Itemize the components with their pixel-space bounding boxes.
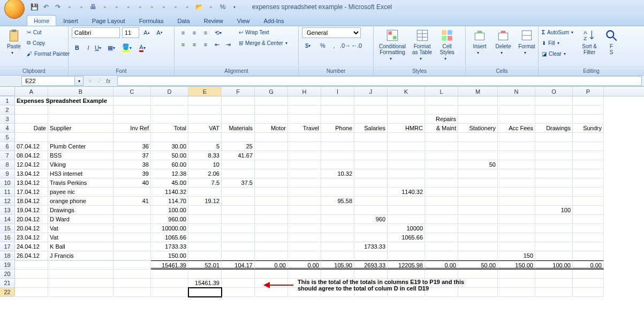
row-header[interactable]: 8 [0, 160, 15, 169]
increase-indent-button[interactable]: ⇥ [223, 39, 233, 50]
cell[interactable]: 104.17 [222, 260, 255, 270]
cell[interactable] [255, 233, 288, 242]
cell[interactable] [498, 115, 535, 124]
cell[interactable] [458, 151, 498, 160]
cell[interactable] [151, 106, 188, 115]
cell[interactable] [535, 169, 573, 178]
cell[interactable] [15, 288, 48, 297]
cell[interactable] [388, 215, 425, 224]
cell[interactable] [354, 115, 388, 124]
cell[interactable] [321, 233, 354, 242]
cell[interactable] [535, 270, 573, 279]
decrease-indent-button[interactable]: ⇤ [211, 39, 222, 50]
cell[interactable]: 12.38 [151, 169, 188, 178]
align-middle-button[interactable]: ≡ [189, 27, 200, 38]
cell[interactable]: 0.00 [255, 260, 288, 270]
cell[interactable] [15, 279, 48, 288]
cell[interactable]: 41.67 [222, 151, 255, 160]
row-header[interactable]: 16 [0, 233, 15, 242]
cell[interactable]: & Maint [425, 124, 458, 133]
cell[interactable] [255, 242, 288, 251]
cell[interactable] [573, 270, 604, 279]
cell[interactable]: 2693.33 [354, 260, 388, 270]
copy-button[interactable]: ⧉Copy [27, 38, 70, 48]
number-format-select[interactable]: General [302, 27, 361, 38]
cell[interactable] [222, 270, 255, 279]
cell[interactable]: 2.06 [188, 169, 222, 178]
cell[interactable]: 15461.39 [188, 279, 222, 288]
cell[interactable] [288, 233, 321, 242]
cell[interactable]: 50 [458, 160, 498, 169]
qat-icon[interactable]: ▫ [112, 3, 121, 11]
cell[interactable] [535, 233, 573, 242]
cell[interactable] [255, 133, 288, 142]
row-header[interactable]: 19 [0, 260, 15, 270]
cell[interactable] [425, 151, 458, 160]
cell[interactable] [573, 142, 604, 151]
cell[interactable]: Acc Fees [498, 124, 535, 133]
cell[interactable] [458, 242, 498, 251]
cell[interactable] [151, 96, 188, 106]
cell[interactable] [458, 270, 498, 279]
cell[interactable] [188, 288, 222, 297]
cell[interactable]: 10000 [388, 224, 425, 233]
cell[interactable]: K Ball [48, 242, 113, 251]
cell[interactable] [535, 251, 573, 260]
cell[interactable] [321, 151, 354, 160]
find-select-button[interactable]: F S [602, 27, 620, 56]
conditional-formatting-button[interactable]: Conditional Formatting▾ [377, 27, 408, 62]
cell[interactable] [498, 270, 535, 279]
cell[interactable]: Sundry [573, 124, 604, 133]
cell[interactable] [573, 224, 604, 233]
cell[interactable]: Drawings [535, 124, 573, 133]
cell[interactable] [15, 260, 48, 270]
insert-cells-button[interactable]: Insert▾ [469, 27, 490, 56]
cell[interactable]: 20.04.12 [15, 224, 48, 233]
row-header[interactable]: 15 [0, 224, 15, 233]
orientation-button[interactable]: ⟲▾ [211, 27, 228, 38]
cell[interactable] [573, 251, 604, 260]
cell[interactable] [113, 96, 151, 106]
cell[interactable] [255, 169, 288, 178]
format-as-table-button[interactable]: Format as Table▾ [410, 27, 434, 62]
cell[interactable] [535, 288, 573, 297]
cell[interactable] [388, 160, 425, 169]
cell[interactable]: 19.12 [188, 197, 222, 206]
cell[interactable] [48, 96, 113, 106]
bold-button[interactable]: B [72, 42, 82, 53]
cell[interactable] [388, 251, 425, 260]
cell[interactable]: D Ward [48, 215, 113, 224]
cell[interactable]: 0.00 [425, 260, 458, 270]
cell[interactable]: Travis Perkins [48, 178, 113, 188]
cell[interactable] [255, 188, 288, 197]
cell[interactable] [573, 169, 604, 178]
cell[interactable] [354, 133, 388, 142]
cell[interactable] [321, 242, 354, 251]
cell[interactable]: 24.04.12 [15, 242, 48, 251]
cell[interactable] [498, 197, 535, 206]
row-header[interactable]: 18 [0, 251, 15, 260]
cell[interactable] [458, 115, 498, 124]
cell[interactable] [388, 115, 425, 124]
cell[interactable] [573, 215, 604, 224]
qat-icon[interactable]: ▫ [124, 3, 133, 11]
cell[interactable]: 1065.66 [388, 233, 425, 242]
cell[interactable] [458, 206, 498, 215]
font-color-button[interactable]: A▾ [137, 42, 151, 53]
name-box-dropdown[interactable]: ▾ [75, 76, 84, 86]
cell[interactable]: 39 [113, 169, 151, 178]
cell[interactable] [48, 279, 113, 288]
cell[interactable] [535, 279, 573, 288]
cell[interactable] [113, 288, 151, 297]
cell[interactable] [458, 178, 498, 188]
cell[interactable] [222, 188, 255, 197]
cell[interactable] [255, 224, 288, 233]
cell[interactable] [288, 270, 321, 279]
cell[interactable] [573, 133, 604, 142]
cell[interactable] [288, 224, 321, 233]
cell[interactable]: Salaries [354, 124, 388, 133]
cell[interactable] [354, 106, 388, 115]
row-header[interactable]: 20 [0, 270, 15, 279]
paste-button[interactable]: Paste ▾ [3, 27, 25, 56]
column-header[interactable]: F [222, 87, 255, 96]
